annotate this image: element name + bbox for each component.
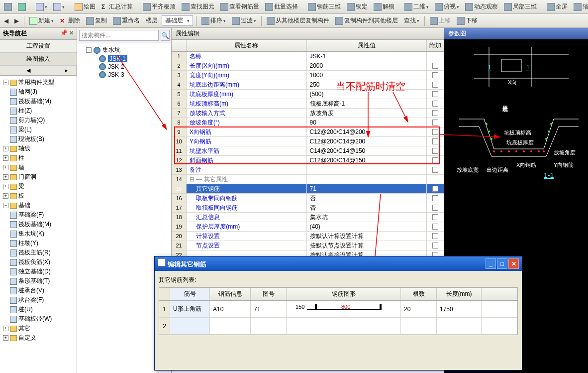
tree-root-sump[interactable]: −集水坑 [79,45,169,55]
prop-value[interactable]: 90 [307,118,427,127]
property-row[interactable]: 20 计算设置按默认计算设置计算 [172,232,444,241]
prop-value[interactable]: 250 [307,80,427,89]
tree-item[interactable]: 桩(U) [1,305,76,314]
prop-value[interactable]: C12@200/C14@150 [307,156,427,165]
property-row[interactable]: 15 其它钢筋71 [172,184,444,194]
prop-value[interactable]: (500) [307,90,427,99]
search-go-button[interactable]: 🔍 [161,30,170,41]
search-input[interactable] [79,30,159,41]
prop-value[interactable] [307,175,427,184]
tree-group[interactable]: +门窗洞 [1,172,76,182]
close-icon[interactable]: ✕ [69,30,74,36]
prop-value[interactable]: 71 [307,184,427,193]
property-row[interactable]: 6坑板顶标高(m)筏板底标高-1 [172,99,444,109]
tree-common-types[interactable]: −常用构件类型 [1,78,76,87]
prop-value[interactable]: 2000 [307,61,427,70]
add-checkbox[interactable] [432,72,438,78]
redo-button[interactable]: ▾ [51,2,67,12]
add-checkbox[interactable] [432,148,438,154]
property-row[interactable]: 11坑壁水平筋C14@200/C14@150 [172,146,444,156]
prop-value[interactable]: 筏板底标高-1 [307,99,427,108]
add-checkbox[interactable] [432,110,438,116]
nav-tab-right[interactable]: ▸ [57,66,77,75]
tree-item[interactable]: 集水坑(K) [1,229,76,239]
lock-button[interactable]: 锁定 [345,1,370,12]
add-checkbox[interactable] [432,243,438,249]
copy-to-floor-button[interactable]: 复制构件到其他楼层 [333,15,400,26]
prev-button[interactable]: ◀ [2,16,10,25]
tree-item[interactable]: 现浇板(B) [1,134,76,144]
cell-info[interactable]: A10 [210,301,251,317]
add-checkbox[interactable] [432,101,438,107]
tree-item-jsk1[interactable]: JSK-1 [79,55,169,63]
tree-group[interactable]: +轴线 [1,144,76,153]
prop-value[interactable]: 放坡角度 [307,109,427,118]
unlock-button[interactable]: 解锁 [372,1,396,12]
up-button[interactable]: 上移 [428,15,453,26]
add-checkbox[interactable] [432,233,438,239]
property-row[interactable]: 16 取板带同向钢筋否 [172,194,444,203]
property-row[interactable]: 10Y向钢筋C12@200/C14@200 [172,137,444,146]
tree-group[interactable]: +柱 [1,153,76,163]
fullscreen-button[interactable]: 全屏 [545,1,570,12]
add-checkbox[interactable] [432,195,438,201]
add-checkbox[interactable] [432,91,438,97]
add-checkbox[interactable] [432,157,438,163]
down-button[interactable]: 下移 [455,15,480,26]
property-row[interactable]: 3宽度(Y向)(mm)1000 [172,71,444,80]
property-row[interactable]: 18 汇总信息集水坑 [172,213,444,222]
tree-item[interactable]: 桩承台(V) [1,286,76,295]
tree-group[interactable]: +梁 [1,182,76,191]
new-button[interactable]: 新建▾ [27,15,56,26]
add-checkbox[interactable] [432,82,438,88]
tree-group[interactable]: +板 [1,191,76,201]
next-button[interactable]: ▶ [12,16,21,25]
property-row[interactable]: 1名称JSK-1 [172,52,444,61]
find-elem-button[interactable]: 查找图元 [180,1,216,12]
property-row[interactable]: 14⊟ — 其它属性 [172,175,444,184]
tree-item[interactable]: 筏板主筋(R) [1,248,76,257]
add-checkbox[interactable] [432,138,438,144]
property-row[interactable]: 2长度(X向)(mm)2000 [172,61,444,71]
save-button[interactable] [16,2,28,12]
filter-button[interactable]: 过滤▾ [230,15,258,26]
property-row[interactable]: 13备注 [172,165,444,175]
add-checkbox[interactable] [432,205,438,211]
2d-button[interactable]: 二维▾ [402,1,431,12]
copy-button[interactable]: 复制 [84,15,109,26]
open-button[interactable] [2,2,14,12]
tree-item[interactable]: 独立基础(D) [1,267,76,276]
property-row[interactable]: 5坑底板厚度(mm)(500) [172,90,444,99]
prop-value[interactable]: 否 [307,194,427,203]
tree-item[interactable]: 基础梁(F) [1,210,76,220]
prop-value[interactable]: 按默认计算设置计算 [307,232,427,241]
flat-button[interactable]: 平齐板顶 [141,1,178,12]
property-row[interactable]: 9X向钢筋C12@200/C14@200 [172,127,444,137]
component-tree[interactable]: −常用构件类型 轴网(J)筏板基础(M)柱(Z)剪力墙(Q)梁(L)现浇板(B)… [0,76,77,373]
property-row[interactable]: 17 取筏板同向钢筋否 [172,203,444,213]
draw-input-button[interactable]: 绘图输入 [0,53,77,66]
prop-value[interactable]: JSK-1 [307,52,427,61]
rename-button[interactable]: 重命名 [111,15,142,26]
prop-value[interactable]: 按默认节点设置计算 [307,241,427,250]
prop-value[interactable]: 1000 [307,71,427,80]
property-row[interactable]: 4坑底出边距离(mm)250 [172,80,444,90]
add-checkbox[interactable] [432,224,438,230]
local3d-button[interactable]: 局部三维 [502,1,539,12]
sort-button[interactable]: 排序▾ [199,15,228,26]
tree-item-jsk3[interactable]: JSK-3 [79,71,169,79]
maximize-button[interactable]: □ [497,258,507,269]
add-checkbox[interactable] [432,186,438,192]
sum-button[interactable]: Σ 汇总计算 [99,1,135,12]
rebar-table[interactable]: 筋号 钢筋信息 图号 钢筋图形 根数 长度(mm) 1 U形上角筋 A10 71… [159,287,518,335]
rebar-qty-button[interactable]: 查看钢筋量 [218,1,261,12]
zoom-button[interactable]: 缩放 [572,1,588,12]
dialog-titlebar[interactable]: 编辑其它钢筋 _ □ ✕ [155,256,522,271]
tree-group[interactable]: +墙 [1,163,76,172]
property-row[interactable]: 19 保护层厚度(mm)(40) [172,222,444,232]
cell-th[interactable]: 71 [251,301,287,317]
batch-sel-button[interactable]: 批量选择 [263,1,300,12]
property-row[interactable]: 21 节点设置按默认节点设置计算 [172,241,444,250]
prop-value[interactable]: C12@200/C14@200 [307,127,427,136]
cell-gs[interactable]: 20 [401,301,437,317]
